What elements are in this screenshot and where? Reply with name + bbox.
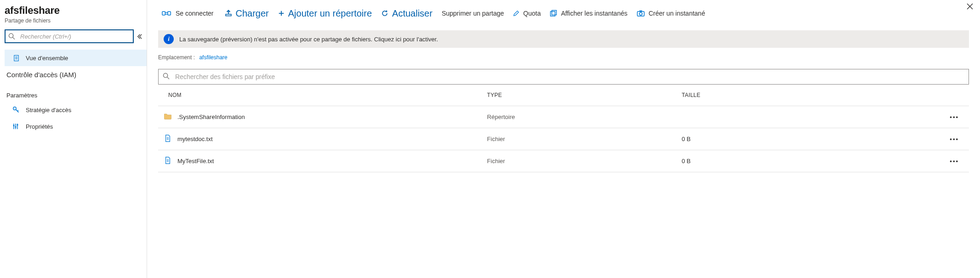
btn-label: Quota bbox=[523, 10, 541, 17]
search-icon bbox=[8, 33, 15, 40]
sliders-icon bbox=[12, 123, 20, 130]
nav-label: Propriétés bbox=[26, 123, 53, 130]
sidebar-search-input[interactable] bbox=[5, 29, 134, 43]
nav-label: Stratégie d'accès bbox=[26, 107, 71, 113]
nav-iam[interactable]: Contrôle d'accès (IAM) bbox=[5, 66, 147, 83]
col-type[interactable]: TYPE bbox=[483, 85, 677, 106]
nav-overview[interactable]: Vue d'ensemble bbox=[5, 50, 147, 66]
page-subtitle: Partage de fichiers bbox=[5, 17, 147, 24]
nav-label: Vue d'ensemble bbox=[26, 55, 68, 62]
refresh-icon bbox=[381, 10, 388, 17]
breadcrumb: Emplacement : afsfileshare bbox=[158, 54, 969, 61]
refresh-button[interactable]: Actualiser bbox=[377, 6, 436, 21]
table-row[interactable]: MyTestFile.txtFichier0 B••• bbox=[158, 150, 969, 172]
page-title: afsfileshare bbox=[5, 5, 147, 17]
snapshots-icon bbox=[550, 10, 557, 17]
btn-label: Supprimer un partage bbox=[442, 10, 504, 17]
btn-label: Actualiser bbox=[392, 8, 433, 19]
file-type: Fichier bbox=[483, 150, 677, 172]
command-bar: Se connecter Charger Ajouter un répertoi… bbox=[147, 0, 974, 26]
col-name[interactable]: NOM bbox=[158, 85, 483, 106]
table-row[interactable]: .SystemShareInformationRépertoire••• bbox=[158, 106, 969, 128]
nav-properties[interactable]: Propriétés bbox=[5, 118, 147, 135]
file-search-input[interactable] bbox=[158, 69, 969, 85]
quota-button[interactable]: Quota bbox=[509, 8, 544, 19]
search-icon bbox=[163, 73, 170, 81]
info-text: La sauvegarde (préversion) n'est pas act… bbox=[179, 36, 438, 43]
file-name: .SystemShareInformation bbox=[177, 113, 245, 120]
btn-label: Créer un instantané bbox=[649, 10, 705, 17]
plus-icon bbox=[278, 10, 285, 17]
file-size: 0 B bbox=[677, 150, 888, 172]
breadcrumb-label: Emplacement : bbox=[158, 54, 195, 61]
view-snapshots-button[interactable]: Afficher les instantanés bbox=[546, 8, 631, 19]
collapse-sidebar-icon[interactable] bbox=[136, 33, 143, 41]
btn-label: Charger bbox=[236, 8, 269, 19]
upload-button[interactable]: Charger bbox=[221, 6, 273, 21]
btn-label: Ajouter un répertoire bbox=[288, 8, 372, 19]
col-size[interactable]: TAILLE bbox=[677, 85, 888, 106]
btn-label: Se connecter bbox=[176, 10, 214, 17]
document-icon bbox=[12, 55, 20, 62]
plug-icon bbox=[162, 10, 172, 17]
camera-icon bbox=[637, 10, 645, 17]
btn-label: Afficher les instantanés bbox=[561, 10, 627, 17]
row-menu-button[interactable]: ••• bbox=[888, 128, 969, 150]
file-size: 0 B bbox=[677, 128, 888, 150]
add-directory-button[interactable]: Ajouter un répertoire bbox=[274, 6, 376, 21]
file-type: Fichier bbox=[483, 128, 677, 150]
file-name: mytestdoc.txt bbox=[177, 136, 213, 142]
table-row[interactable]: mytestdoc.txtFichier0 B••• bbox=[158, 128, 969, 150]
file-icon bbox=[164, 135, 172, 143]
delete-share-button[interactable]: Supprimer un partage bbox=[438, 8, 507, 19]
file-name: MyTestFile.txt bbox=[177, 158, 214, 165]
file-type: Répertoire bbox=[483, 106, 677, 128]
close-icon[interactable] bbox=[966, 3, 974, 12]
folder-icon bbox=[164, 113, 172, 121]
nav-access-policy[interactable]: Stratégie d'accès bbox=[5, 102, 147, 118]
row-menu-button[interactable]: ••• bbox=[888, 106, 969, 128]
row-menu-button[interactable]: ••• bbox=[888, 150, 969, 172]
upload-icon bbox=[225, 10, 232, 17]
info-icon: i bbox=[164, 34, 174, 44]
nav-label: Contrôle d'accès (IAM) bbox=[6, 71, 76, 79]
create-snapshot-button[interactable]: Créer un instantané bbox=[633, 8, 709, 19]
key-icon bbox=[12, 106, 20, 113]
file-size bbox=[677, 106, 888, 128]
breadcrumb-value[interactable]: afsfileshare bbox=[199, 54, 227, 61]
backup-info-banner[interactable]: i La sauvegarde (préversion) n'est pas a… bbox=[158, 30, 969, 48]
connect-button[interactable]: Se connecter bbox=[158, 8, 217, 19]
pencil-icon bbox=[513, 10, 519, 17]
file-icon bbox=[164, 157, 172, 165]
nav-section-settings: Paramètres bbox=[5, 89, 147, 102]
